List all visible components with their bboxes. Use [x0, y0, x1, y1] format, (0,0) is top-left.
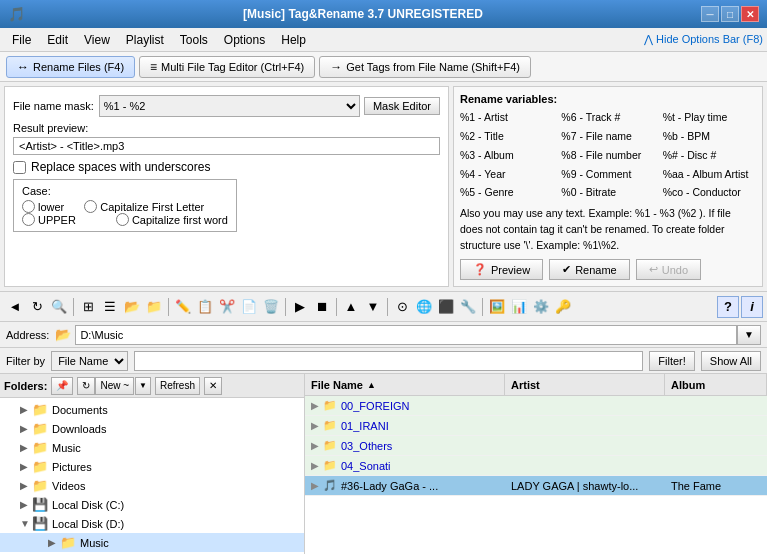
folders-pin-button[interactable]: 📌 [51, 377, 73, 395]
toolbar-icon-15[interactable]: ▲ [340, 296, 362, 318]
separator-3 [285, 298, 286, 316]
preview-button[interactable]: ❓ Preview [460, 259, 543, 280]
folder-expand-icon: ▶ [311, 400, 319, 411]
close-button[interactable]: ✕ [741, 6, 759, 22]
upper-radio-input[interactable] [22, 213, 35, 226]
var-5: %5 - Genre [460, 184, 553, 202]
menu-edit[interactable]: Edit [39, 31, 76, 49]
folder-icon: 📁 [323, 399, 337, 412]
menu-options[interactable]: Options [216, 31, 273, 49]
vars-grid: %1 - Artist %6 - Track # %t - Play time … [460, 109, 756, 202]
toolbar-icon-22[interactable]: 📊 [508, 296, 530, 318]
filter-type-select[interactable]: File Name Artist Album Title [51, 351, 128, 371]
vars-note: Also you may use any text. Example: %1 -… [460, 206, 756, 253]
toolbar-icon-21[interactable]: 🖼️ [486, 296, 508, 318]
toolbar-icon-20[interactable]: 🔧 [457, 296, 479, 318]
toolbar-icon-9[interactable]: 📋 [194, 296, 216, 318]
capitalize-first-word-input[interactable] [116, 213, 129, 226]
upper-radio[interactable]: UPPER [22, 213, 76, 226]
toolbar-icon-14[interactable]: ⏹ [311, 296, 333, 318]
file-row-others[interactable]: ▶ 📁 03_Others [305, 436, 767, 456]
separator-4 [336, 298, 337, 316]
var-b: %b - BPM [663, 128, 756, 146]
folders-refresh-indicator[interactable]: ↻ [77, 377, 95, 395]
file-row-ladygaga[interactable]: ▶ 🎵 #36-Lady GaGa - ... LADY GAGA | shaw… [305, 476, 767, 496]
capitalize-first-letter-radio[interactable]: Capitalize First Letter [84, 200, 204, 213]
col-header-artist[interactable]: Artist [505, 374, 665, 395]
tree-item-documents[interactable]: ▶ 📁 Documents [16, 400, 304, 419]
show-all-button[interactable]: Show All [701, 351, 761, 371]
hide-options-bar[interactable]: ⋀ Hide Options Bar (F8) [644, 33, 763, 46]
tree-item-local-c[interactable]: ▶ 💾 Local Disk (C:) [16, 495, 304, 514]
refresh-button[interactable]: Refresh [155, 377, 200, 395]
case-label: Case: [22, 185, 228, 197]
toolbar-icon-5[interactable]: ☰ [99, 296, 121, 318]
tree-arrow-music-d: ▶ [48, 537, 60, 548]
tree-item-music-d[interactable]: ▶ 📁 Music [0, 533, 304, 552]
col-header-album[interactable]: Album [665, 374, 767, 395]
tree-item-music[interactable]: ▶ 📁 Music [16, 438, 304, 457]
toolbar-icon-16[interactable]: ▼ [362, 296, 384, 318]
close-folders-button[interactable]: ✕ [204, 377, 222, 395]
tree-item-videos[interactable]: ▶ 📁 Videos [16, 476, 304, 495]
tree-arrow-downloads: ▶ [20, 423, 32, 434]
lower-radio[interactable]: lower [22, 200, 64, 213]
toolbar-icon-18[interactable]: 🌐 [413, 296, 435, 318]
menu-help[interactable]: Help [273, 31, 314, 49]
tree-label-music: Music [52, 442, 81, 454]
filter-button[interactable]: Filter! [649, 351, 695, 371]
tree-label-pictures: Pictures [52, 461, 92, 473]
maximize-button[interactable]: □ [721, 6, 739, 22]
toolbar-icon-11[interactable]: 📄 [238, 296, 260, 318]
toolbar-icon-12[interactable]: 🗑️ [260, 296, 282, 318]
separator-5 [387, 298, 388, 316]
toolbar-icon-help[interactable]: ? [717, 296, 739, 318]
toolbar-icon-1[interactable]: ◄ [4, 296, 26, 318]
rename-button[interactable]: ✔ Rename [549, 259, 630, 280]
mask-editor-button[interactable]: Mask Editor [364, 97, 440, 115]
col-header-filename[interactable]: File Name ▲ [305, 374, 505, 395]
address-input[interactable] [75, 325, 737, 345]
album-cell-4: The Fame [665, 479, 767, 493]
file-row-foreign[interactable]: ▶ 📁 00_FOREIGN [305, 396, 767, 416]
toolbar-icon-4[interactable]: ⊞ [77, 296, 99, 318]
menu-tools[interactable]: Tools [172, 31, 216, 49]
toolbar-icon-7[interactable]: 📁 [143, 296, 165, 318]
toolbar-icon-info[interactable]: i [741, 296, 763, 318]
upper-label: UPPER [38, 214, 76, 226]
undo-button[interactable]: ↩ Undo [636, 259, 701, 280]
tab-rename-files[interactable]: ↔ Rename Files (F4) [6, 56, 135, 78]
file-row-sonati[interactable]: ▶ 📁 04_Sonati [305, 456, 767, 476]
lower-radio-input[interactable] [22, 200, 35, 213]
minimize-button[interactable]: ─ [701, 6, 719, 22]
tab-multi-file-tag[interactable]: ≡ Multi File Tag Editor (Ctrl+F4) [139, 56, 315, 78]
toolbar-icon-24[interactable]: 🔑 [552, 296, 574, 318]
file-name-mask-select[interactable]: %1 - %2 [99, 95, 360, 117]
folders-tree: ▶ 📁 Documents ▶ 📁 Downloads ▶ 📁 Music ▶ … [0, 398, 304, 554]
file-row-irani[interactable]: ▶ 📁 01_IRANI [305, 416, 767, 436]
tab-get-tags[interactable]: → Get Tags from File Name (Shift+F4) [319, 56, 531, 78]
toolbar-icon-8[interactable]: ✏️ [172, 296, 194, 318]
toolbar-icon-17[interactable]: ⊙ [391, 296, 413, 318]
toolbar-icon-2[interactable]: ↻ [26, 296, 48, 318]
replace-spaces-checkbox[interactable] [13, 161, 26, 174]
menu-file[interactable]: File [4, 31, 39, 49]
tree-item-local-d[interactable]: ▼ 💾 Local Disk (D:) [16, 514, 304, 533]
new-arrow-button[interactable]: ▼ [135, 377, 151, 395]
menu-playlist[interactable]: Playlist [118, 31, 172, 49]
result-preview-value: <Artist> - <Title>.mp3 [13, 137, 440, 155]
capitalize-first-word-radio[interactable]: Capitalize first word [116, 213, 228, 226]
toolbar-icon-6[interactable]: 📂 [121, 296, 143, 318]
menu-view[interactable]: View [76, 31, 118, 49]
capitalize-first-letter-input[interactable] [84, 200, 97, 213]
toolbar-icon-3[interactable]: 🔍 [48, 296, 70, 318]
filter-text-input[interactable] [134, 351, 643, 371]
toolbar-icon-23[interactable]: ⚙️ [530, 296, 552, 318]
toolbar-icon-19[interactable]: ⬛ [435, 296, 457, 318]
toolbar-icon-10[interactable]: ✂️ [216, 296, 238, 318]
tree-item-downloads[interactable]: ▶ 📁 Downloads [16, 419, 304, 438]
tree-item-pictures[interactable]: ▶ 📁 Pictures [16, 457, 304, 476]
toolbar-icon-13[interactable]: ▶ [289, 296, 311, 318]
new-button[interactable]: New ~ [95, 377, 134, 395]
address-dropdown-button[interactable]: ▼ [737, 325, 761, 345]
